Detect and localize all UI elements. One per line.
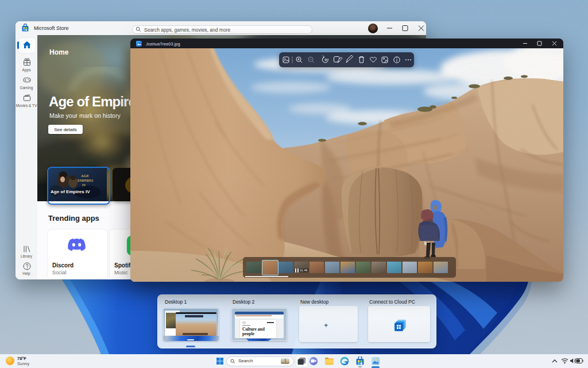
svg-text:EMPIRES: EMPIRES bbox=[78, 179, 94, 182]
svg-text:AGE: AGE bbox=[81, 174, 89, 178]
svg-text:IV: IV bbox=[82, 183, 86, 187]
